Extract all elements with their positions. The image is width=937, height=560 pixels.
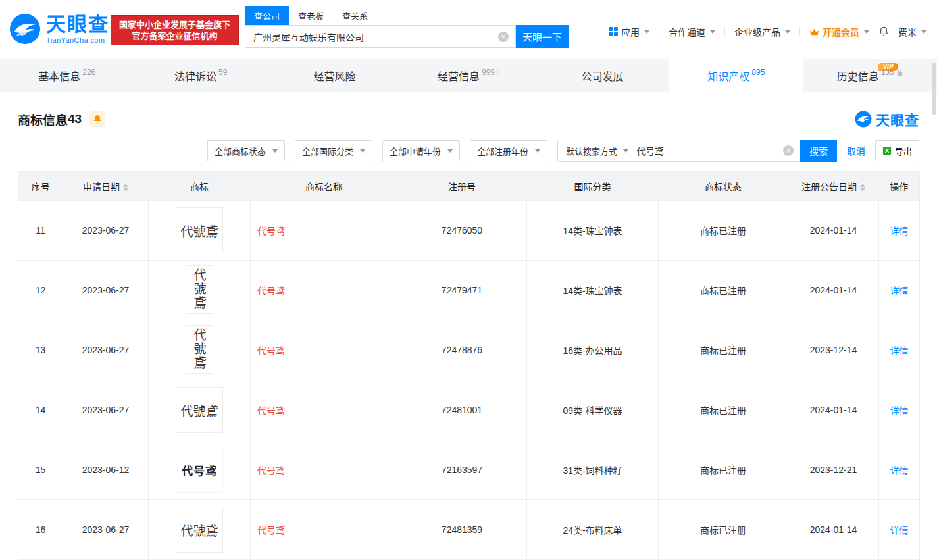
trademark-image[interactable]: 代號鳶 — [186, 265, 213, 314]
nav-divider — [724, 27, 725, 36]
tab-legal-proceedings[interactable]: 法律诉讼 59 — [134, 59, 267, 92]
search-mode-label: 默认搜索方式 — [566, 145, 617, 157]
detail-link[interactable]: 详情 — [890, 345, 909, 356]
sort-icon[interactable] — [123, 184, 128, 191]
cell-trademark-image: 代號鳶 — [149, 320, 251, 380]
tab-company-development[interactable]: 公司发展 — [536, 59, 669, 92]
section-count: 43 — [68, 112, 82, 126]
chevron-down-icon — [710, 30, 715, 34]
trademark-name-text: 代号鸢 — [257, 286, 285, 296]
monitor-bell-button[interactable] — [89, 111, 105, 127]
cell-apply-date: 2023-06-27 — [63, 380, 149, 440]
tab-count: 59 — [218, 68, 227, 77]
col-index: 序号 — [18, 172, 63, 201]
nav-open-vip[interactable]: 开通会员 — [809, 25, 869, 38]
section-title: 商标信息 — [18, 111, 68, 128]
cell-publish-date: 2024-01-14 — [788, 500, 879, 560]
export-button[interactable]: 导出 — [875, 140, 919, 161]
tab-history-info[interactable]: VIP 历史信息 135 — [803, 59, 937, 92]
tab-operation-risk[interactable]: 经营风险 — [268, 59, 401, 92]
trademark-image-text: 代號鳶 — [191, 328, 209, 370]
main-search-button[interactable]: 天眼一下 — [516, 25, 569, 48]
search-tab-company[interactable]: 查公司 — [245, 6, 289, 25]
cell-registration-number: 72481001 — [397, 380, 527, 440]
search-mode-selector[interactable]: 默认搜索方式 — [558, 145, 636, 157]
cell-publish-date: 2023-12-21 — [788, 440, 879, 500]
col-status: 商标状态 — [659, 172, 788, 201]
apps-grid-icon — [609, 27, 618, 36]
filter-trademark-status[interactable]: 全部商标状态 — [207, 140, 285, 161]
nav-username: 费米 — [898, 25, 917, 38]
cancel-link[interactable]: 取消 — [847, 144, 865, 157]
nav-divider — [659, 27, 659, 36]
trademark-image-text: 代号鸢 — [182, 462, 217, 478]
chevron-down-icon — [644, 30, 649, 34]
dropdown-label: 全部商标状态 — [215, 145, 266, 157]
filter-intl-class[interactable]: 全部国际分类 — [295, 140, 372, 161]
table-row: 11 2023-06-27 代號鳶 代号鸢 72476050 14类-珠宝钟表 … — [18, 201, 920, 261]
trademark-image[interactable]: 代号鸢 — [176, 447, 223, 493]
detail-link[interactable]: 详情 — [890, 226, 909, 236]
cell-trademark-name: 代号鸢 — [251, 500, 397, 560]
search-tabs: 查公司 查老板 查关系 — [245, 6, 569, 25]
col-action: 操作 — [879, 172, 920, 201]
cell-trademark-name: 代号鸢 — [251, 320, 397, 380]
tianyancha-logo-icon — [855, 111, 872, 128]
clear-table-search-icon[interactable]: × — [783, 145, 794, 156]
table-search-input[interactable] — [636, 145, 783, 156]
nav-enterprise-products[interactable]: 企业级产品 — [734, 25, 790, 38]
trademark-image[interactable]: 代號鳶 — [176, 207, 223, 253]
cell-intl-class: 09类-科学仪器 — [527, 380, 659, 440]
scrollbar-thumb[interactable] — [932, 63, 936, 115]
nav-divider — [799, 27, 800, 36]
bell-icon — [878, 26, 889, 37]
detail-link[interactable]: 详情 — [890, 405, 909, 416]
cell-intl-class: 24类-布料床单 — [527, 500, 659, 560]
tab-count: 226 — [82, 68, 95, 77]
search-tab-boss[interactable]: 查老板 — [289, 6, 333, 25]
filter-apply-year[interactable]: 全部申请年份 — [382, 140, 460, 161]
crown-icon — [809, 28, 819, 36]
clear-search-icon[interactable]: × — [498, 32, 509, 42]
chevron-down-icon — [864, 30, 869, 34]
detail-link[interactable]: 详情 — [890, 465, 909, 476]
tab-label: 法律诉讼 — [174, 68, 216, 84]
cell-trademark-image: 代號鳶 — [149, 261, 251, 320]
company-search-input[interactable] — [253, 32, 494, 42]
filter-register-year[interactable]: 全部注册年份 — [470, 140, 547, 161]
trademark-section: 商标信息 43 天眼查 全部商标状态 全部国际分类 全部申请年份 — [0, 92, 937, 560]
cell-status: 商标已注册 — [659, 320, 788, 380]
tianyancha-logo[interactable]: 天眼查 TianYanCha.com — [9, 13, 109, 45]
cell-publish-date: 2024-01-14 — [788, 380, 879, 440]
sort-icon[interactable] — [860, 184, 865, 191]
nav-apps[interactable]: 应用 — [609, 25, 649, 38]
cell-registration-number: 72478876 — [397, 320, 527, 380]
detail-link[interactable]: 详情 — [890, 525, 909, 536]
cell-index: 13 — [18, 320, 63, 380]
detail-link[interactable]: 详情 — [890, 286, 909, 296]
dropdown-label: 全部国际分类 — [302, 145, 353, 157]
col-publish-date[interactable]: 注册公告日期 — [788, 172, 879, 201]
trademark-image-text: 代號鳶 — [191, 268, 209, 310]
cell-intl-class: 31类-饲料种籽 — [527, 440, 659, 500]
table-search-button[interactable]: 搜索 — [800, 140, 837, 162]
tab-intellectual-property[interactable]: 知识产权 895 — [669, 59, 803, 92]
nav-user-account[interactable]: 费米 — [898, 25, 926, 38]
tianyancha-logo-icon — [9, 13, 41, 45]
nav-enterprise-label: 企业级产品 — [734, 25, 780, 38]
tab-label: 经营风险 — [314, 68, 356, 84]
nav-cooperation[interactable]: 合作通道 — [669, 25, 715, 38]
col-apply-date[interactable]: 申请日期 — [63, 172, 149, 201]
search-tab-relation[interactable]: 查关系 — [333, 6, 377, 25]
cell-trademark-name: 代号鸢 — [251, 380, 397, 440]
trademark-image[interactable]: 代號鳶 — [176, 387, 223, 433]
tab-business-info[interactable]: 经营信息 999+ — [401, 59, 535, 92]
cell-registration-number: 72481359 — [397, 500, 527, 560]
notification-bell[interactable] — [878, 26, 889, 37]
trademark-image[interactable]: 代號鳶 — [186, 325, 213, 374]
tab-basic-info[interactable]: 基本信息 226 — [0, 59, 134, 92]
nav-apps-label: 应用 — [621, 25, 640, 38]
trademark-image[interactable]: 代號鳶 — [176, 507, 223, 553]
excel-icon — [882, 146, 892, 155]
cell-registration-number: 72476050 — [397, 201, 527, 261]
